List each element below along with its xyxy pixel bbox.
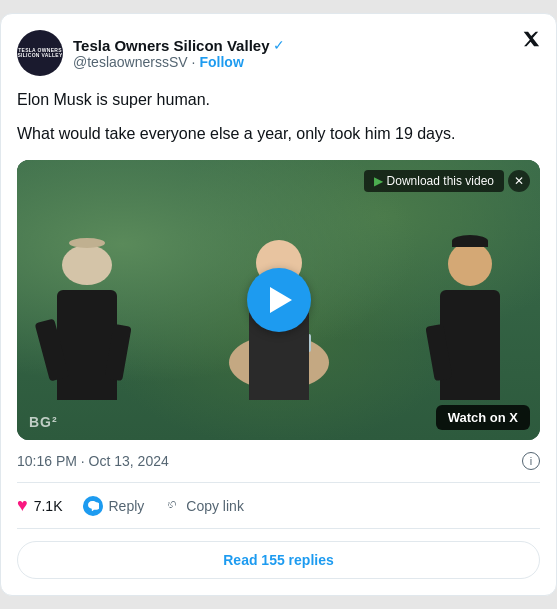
tweet-text: Elon Musk is super human. What would tak… <box>17 88 540 146</box>
avatar[interactable]: TESLA OWNERS SILICON VALLEY <box>17 30 63 76</box>
like-count: 7.1K <box>34 498 63 514</box>
video-thumbnail: ▶ Download this video ✕ Watch on X BG² <box>17 160 540 440</box>
bg2-watermark: BG² <box>29 414 58 430</box>
verified-badge: ✓ <box>273 37 285 53</box>
reply-icon <box>83 496 103 516</box>
copy-link-action[interactable]: Copy link <box>164 496 244 516</box>
divider-top <box>17 482 540 483</box>
divider-bottom <box>17 528 540 529</box>
heart-icon: ♥ <box>17 495 28 516</box>
user-info: Tesla Owners Silicon Valley ✓ @teslaowne… <box>73 37 285 70</box>
tweet-line1: Elon Musk is super human. <box>17 88 540 112</box>
tweet-actions: ♥ 7.1K Reply Copy link <box>17 495 540 516</box>
overlay-close-button[interactable]: ✕ <box>508 170 530 192</box>
watch-on-x-label: Watch on X <box>448 410 518 425</box>
reply-label: Reply <box>109 498 145 514</box>
x-close-button[interactable] <box>522 30 540 51</box>
link-icon <box>164 496 180 516</box>
watch-on-x-button[interactable]: Watch on X <box>436 405 530 430</box>
play-button[interactable] <box>247 268 311 332</box>
like-action[interactable]: ♥ 7.1K <box>17 495 63 516</box>
download-play-icon: ▶ <box>374 174 383 188</box>
reply-action[interactable]: Reply <box>83 496 145 516</box>
read-replies-button[interactable]: Read 155 replies <box>17 541 540 579</box>
copy-link-label: Copy link <box>186 498 244 514</box>
download-video-label: Download this video <box>387 174 494 188</box>
dot-separator: · <box>192 54 196 70</box>
download-video-button[interactable]: ▶ Download this video <box>364 170 504 192</box>
tweet-timestamp: 10:16 PM · Oct 13, 2024 i <box>17 452 540 470</box>
tweet-header-left: TESLA OWNERS SILICON VALLEY Tesla Owners… <box>17 30 285 76</box>
user-name-row: Tesla Owners Silicon Valley ✓ <box>73 37 285 54</box>
media-container[interactable]: ▶ Download this video ✕ Watch on X BG² <box>17 160 540 440</box>
handle-text: @teslaownerssSV <box>73 54 188 70</box>
user-name: Tesla Owners Silicon Valley <box>73 37 269 54</box>
tweet-header: TESLA OWNERS SILICON VALLEY Tesla Owners… <box>17 30 540 76</box>
avatar-initials: TESLA OWNERS SILICON VALLEY <box>17 48 63 59</box>
tweet-line2: What would take everyone else a year, on… <box>17 122 540 146</box>
follow-button[interactable]: Follow <box>199 54 243 70</box>
user-handle: @teslaownerssSV · Follow <box>73 54 285 70</box>
timestamp-text: 10:16 PM · Oct 13, 2024 <box>17 453 169 469</box>
play-icon <box>270 287 292 313</box>
info-icon[interactable]: i <box>522 452 540 470</box>
tweet-card: TESLA OWNERS SILICON VALLEY Tesla Owners… <box>0 13 557 596</box>
